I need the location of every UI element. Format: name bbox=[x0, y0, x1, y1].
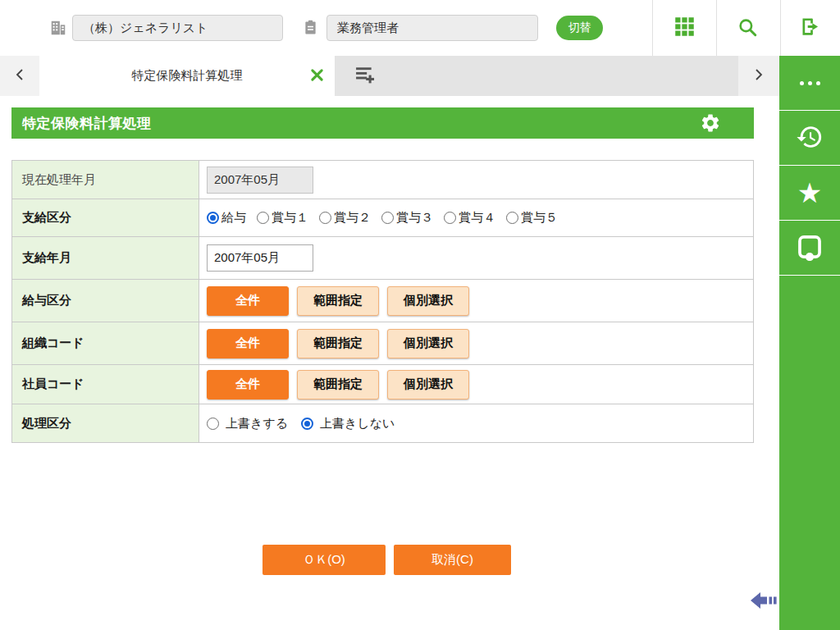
form-row-salary-category: 給与区分 全件 範囲指定 個別選択 bbox=[12, 280, 753, 322]
range-button[interactable]: 範囲指定 bbox=[297, 370, 379, 399]
all-button[interactable]: 全件 bbox=[207, 329, 289, 358]
radio-label: 上書きしない bbox=[320, 416, 395, 431]
radio-icon bbox=[207, 418, 219, 430]
radio-icon bbox=[506, 212, 518, 224]
current-period-field bbox=[207, 167, 313, 194]
search-button[interactable] bbox=[729, 10, 765, 46]
radio-option-shoyo2[interactable]: 賞与２ bbox=[319, 210, 371, 226]
tab-title: 特定保険料計算処理 bbox=[132, 68, 243, 84]
all-button[interactable]: 全件 bbox=[207, 286, 289, 316]
radio-icon bbox=[257, 212, 269, 224]
favorite-star-icon: ★ bbox=[797, 179, 822, 207]
collapse-panel-button[interactable] bbox=[750, 590, 778, 613]
radio-label: 賞与１ bbox=[272, 210, 308, 226]
individual-button[interactable]: 個別選択 bbox=[387, 286, 469, 316]
close-icon bbox=[310, 68, 324, 84]
settings-form: 現在処理年月 支給区分 給与 賞与１ 賞与２ 賞与３ 賞与４ 賞与５ 支給年月 bbox=[11, 160, 754, 443]
row-label: 処理区分 bbox=[12, 404, 199, 442]
row-label: 給与区分 bbox=[12, 280, 199, 322]
radio-checked-icon bbox=[301, 418, 313, 430]
collapse-panel-icon bbox=[750, 602, 778, 614]
row-label: 組織コード bbox=[12, 322, 199, 364]
gear-icon bbox=[700, 124, 721, 136]
radio-option-no-overwrite[interactable]: 上書きしない bbox=[301, 416, 395, 431]
settings-button[interactable] bbox=[700, 112, 721, 134]
all-button[interactable]: 全件 bbox=[207, 370, 289, 399]
radio-option-shoyo5[interactable]: 賞与５ bbox=[506, 210, 558, 226]
add-tab-button[interactable] bbox=[338, 56, 392, 96]
header-divider bbox=[652, 0, 653, 56]
radio-label: 賞与３ bbox=[396, 210, 433, 226]
radio-option-shoyo1[interactable]: 賞与１ bbox=[257, 210, 308, 226]
radio-label: 給与 bbox=[221, 210, 246, 226]
switch-button[interactable]: 切替 bbox=[556, 16, 603, 40]
cancel-button[interactable]: 取消(C) bbox=[394, 545, 511, 575]
radio-label: 上書きする bbox=[226, 416, 288, 431]
radio-option-shoyo4[interactable]: 賞与４ bbox=[444, 210, 495, 226]
row-label: 支給区分 bbox=[12, 199, 199, 236]
device-panel-button[interactable] bbox=[779, 221, 840, 276]
close-tab-button[interactable] bbox=[308, 68, 325, 84]
row-label: 支給年月 bbox=[12, 237, 199, 279]
individual-button[interactable]: 個別選択 bbox=[387, 370, 469, 399]
more-ellipsis-icon bbox=[800, 81, 820, 85]
apps-grid-button[interactable] bbox=[666, 10, 702, 46]
search-icon bbox=[737, 16, 758, 40]
history-icon bbox=[796, 123, 824, 153]
range-button[interactable]: 範囲指定 bbox=[297, 286, 379, 316]
form-row-org-code: 組織コード 全件 範囲指定 個別選択 bbox=[12, 322, 753, 365]
ok-button[interactable]: ＯＫ(O) bbox=[262, 545, 386, 575]
form-row-current-period: 現在処理年月 bbox=[12, 161, 753, 199]
radio-label: 賞与５ bbox=[521, 210, 558, 226]
row-label: 現在処理年月 bbox=[12, 161, 199, 199]
individual-button[interactable]: 個別選択 bbox=[387, 329, 469, 358]
radio-checked-icon bbox=[207, 212, 219, 224]
logout-button[interactable] bbox=[792, 10, 828, 46]
next-tab-button[interactable] bbox=[738, 56, 779, 96]
clipboard-icon bbox=[302, 19, 319, 39]
payment-period-field[interactable] bbox=[207, 244, 313, 272]
form-row-payment-period: 支給年月 bbox=[12, 237, 753, 280]
radio-icon bbox=[444, 212, 456, 224]
role-field[interactable] bbox=[326, 15, 538, 41]
tab-active[interactable]: 特定保険料計算処理 bbox=[39, 56, 335, 96]
radio-option-shoyo3[interactable]: 賞与３ bbox=[381, 210, 433, 226]
favorites-button[interactable]: ★ bbox=[779, 166, 840, 221]
header-divider bbox=[716, 0, 717, 56]
top-header: 切替 bbox=[0, 0, 840, 56]
next-tab-icon bbox=[753, 67, 765, 84]
action-bar: ＯＫ(O) 取消(C) bbox=[262, 545, 511, 575]
app-window: 切替 bbox=[0, 0, 840, 630]
device-icon bbox=[796, 233, 824, 263]
range-button[interactable]: 範囲指定 bbox=[297, 329, 379, 358]
form-row-employee-code: 社員コード 全件 範囲指定 個別選択 bbox=[12, 365, 753, 404]
radio-icon bbox=[319, 212, 331, 224]
apps-grid-icon bbox=[674, 16, 695, 39]
radio-option-kyuyo[interactable]: 給与 bbox=[207, 210, 246, 226]
logout-icon bbox=[799, 16, 821, 40]
prev-tab-icon bbox=[14, 67, 25, 84]
tab-bar: 特定保険料計算処理 bbox=[0, 56, 779, 96]
page-title: 特定保険料計算処理 bbox=[22, 114, 152, 133]
add-tab-icon bbox=[355, 66, 375, 86]
radio-label: 賞与４ bbox=[459, 210, 495, 226]
radio-label: 賞与２ bbox=[334, 210, 371, 226]
radio-option-overwrite[interactable]: 上書きする bbox=[207, 416, 288, 431]
radio-icon bbox=[381, 212, 394, 224]
history-button[interactable] bbox=[779, 111, 840, 166]
building-icon bbox=[49, 19, 67, 40]
right-sidebar: ★ bbox=[779, 56, 840, 630]
prev-tab-button[interactable] bbox=[0, 56, 39, 96]
page-title-bar: 特定保険料計算処理 bbox=[11, 107, 754, 139]
company-field[interactable] bbox=[72, 15, 283, 41]
form-row-process-type: 処理区分 上書きする 上書きしない bbox=[12, 404, 753, 442]
header-divider bbox=[780, 0, 781, 56]
row-label: 社員コード bbox=[12, 365, 199, 404]
form-row-payment-type: 支給区分 給与 賞与１ 賞与２ 賞与３ 賞与４ 賞与５ bbox=[12, 199, 753, 237]
more-menu-button[interactable] bbox=[779, 56, 840, 111]
